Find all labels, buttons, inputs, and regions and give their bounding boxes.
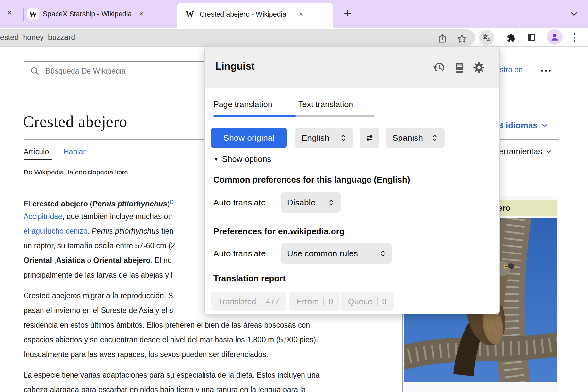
side-panel-icon[interactable] <box>526 32 537 43</box>
tab-talk[interactable]: Hablar <box>63 147 86 156</box>
settings-gear-icon[interactable] <box>473 61 485 74</box>
url-text: ested_honey_buzzard <box>0 33 75 42</box>
profile-avatar[interactable] <box>547 29 563 45</box>
tab-crested-abejero[interactable]: W Crested abejero - Wikipedia × <box>177 3 333 28</box>
article-line: cabeza alargada para escarbar en nidos b… <box>24 383 393 392</box>
tab-close-icon[interactable]: × <box>299 10 303 19</box>
updown-chevrons-icon <box>340 134 347 142</box>
auto-translate-label: Auto translate <box>213 243 266 264</box>
updown-chevrons-icon <box>328 199 334 206</box>
article-text: Asiática <box>56 256 85 265</box>
tab-list-chevron-icon[interactable] <box>569 9 579 19</box>
article-text: Crested abejeros migrar a la reproducció… <box>24 291 173 300</box>
tab-article[interactable]: Artículo <box>24 147 49 156</box>
show-original-label: Show original <box>223 133 274 143</box>
source-language-value: English <box>302 133 329 143</box>
tab-text-translation[interactable]: Text translation <box>298 100 353 109</box>
article-text: residencia en estos últimos ámbitos. Ell… <box>24 321 310 329</box>
show-options-toggle[interactable]: ▼ Show options <box>213 155 271 164</box>
article-text: cabeza alargada para escarbar en nidos b… <box>24 385 306 392</box>
translate-icon: A <box>482 33 492 42</box>
bookmark-star-icon[interactable] <box>457 33 467 44</box>
article-text: Pernis ptilorhynchus <box>92 200 167 208</box>
tab-spacex[interactable]: W SpaceX Starship - Wikipedia × <box>27 0 143 28</box>
tools-label: lerramientas <box>497 147 542 156</box>
search-placeholder: Búsqueda De Wikipedia <box>45 67 125 75</box>
badge-value: 0 <box>329 297 333 306</box>
tab-underline <box>213 115 375 117</box>
swap-arrows-icon <box>365 133 374 143</box>
source-language-select[interactable]: English <box>295 128 353 148</box>
article-text: Oriental abejero <box>93 256 151 265</box>
show-options-label: Show options <box>222 155 271 164</box>
article-text: Oriental <box>24 256 52 265</box>
article-text: ( <box>88 200 92 208</box>
translated-count-badge: Translated477 <box>211 292 286 311</box>
common-auto-translate-select[interactable]: Disable <box>281 192 341 213</box>
wikipedia-favicon: W <box>184 9 195 20</box>
site-auto-translate-select[interactable]: Use common rules <box>281 243 392 264</box>
auto-translate-label: Auto translate <box>213 192 266 213</box>
site-auto-translate-value: Use common rules <box>287 249 358 259</box>
article-text: pasan el invierno en el Sureste de Asia … <box>24 306 173 315</box>
common-auto-translate-value: Disable <box>287 198 316 208</box>
site-tagline: De Wikipedia, la enciclopedia libre <box>24 168 128 176</box>
signin-link-fragment[interactable]: stro en <box>500 65 523 74</box>
new-tab-button[interactable]: + <box>344 6 351 20</box>
extensions-pill: A <box>478 29 521 46</box>
svg-text:A: A <box>487 37 490 42</box>
close-icon[interactable]: × <box>7 8 12 18</box>
updown-chevrons-icon <box>432 134 438 142</box>
tab-title: Crested abejero - Wikipedia <box>200 10 286 19</box>
article-text: crested abejero <box>32 200 88 208</box>
swap-languages-button[interactable] <box>360 128 379 148</box>
translate-button[interactable]: A <box>479 30 494 45</box>
common-preferences-heading: Common preferences for this language (En… <box>213 175 410 185</box>
article-text: tien <box>159 227 173 235</box>
search-icon <box>30 66 40 76</box>
article-text: , que también incluye muchas otr <box>62 212 173 220</box>
chevron-down-icon <box>546 148 552 155</box>
article-line: La especie tiene varias adaptaciones par… <box>24 368 393 383</box>
article-text: principalmente de las larvas de las abej… <box>24 271 172 279</box>
article-text: . El no <box>151 256 172 265</box>
target-language-select[interactable]: Spanish <box>386 128 445 148</box>
page-more-icon[interactable] <box>541 70 551 72</box>
browser-menu-icon[interactable] <box>574 33 575 42</box>
article-paragraph: La especie tiene varias adaptaciones par… <box>24 368 393 392</box>
active-tab-underline <box>213 115 296 117</box>
tab-close-icon[interactable]: × <box>139 10 143 18</box>
tab-page-translation[interactable]: Page translation <box>213 100 272 109</box>
wikipedia-search-input[interactable]: Búsqueda De Wikipedia <box>24 61 220 80</box>
tab-divider <box>23 8 24 21</box>
article-text: Inusualmente para las aves rapaces, los … <box>24 350 268 359</box>
article-link[interactable]: Accipitridae <box>24 212 62 220</box>
article-text: , <box>52 256 56 265</box>
updown-chevrons-icon <box>380 250 386 257</box>
article-text: Pernis ptilorhynchus <box>91 227 159 235</box>
browser-window: × W SpaceX Starship - Wikipedia × W Cres… <box>0 0 588 392</box>
triangle-down-icon: ▼ <box>213 156 219 163</box>
browser-toolbar: ested_honey_buzzard A <box>0 28 588 47</box>
dictionary-icon[interactable] <box>453 61 466 74</box>
article-line: espacios abiertos y se encuentran desde … <box>24 333 393 347</box>
translation-report-heading: Translation report <box>213 273 286 284</box>
article-text: La especie tiene varias adaptaciones par… <box>24 371 320 379</box>
share-icon[interactable] <box>437 33 448 44</box>
errors-count-badge: Errors0 <box>289 292 340 311</box>
article-link[interactable]: el aguilucho cenizo <box>24 227 88 235</box>
page-title: Crested abejero <box>23 112 127 131</box>
show-original-button[interactable]: Show original <box>211 128 287 148</box>
person-icon <box>550 32 560 42</box>
languages-label: 3 idiomas <box>498 121 538 131</box>
article-text: espacios abiertos y se encuentran desde … <box>24 335 318 344</box>
extensions-puzzle-icon[interactable] <box>507 33 516 42</box>
article-line: residencia en estos últimos ámbitos. Ell… <box>24 318 393 333</box>
address-bar[interactable]: ested_honey_buzzard <box>0 29 475 46</box>
languages-dropdown[interactable]: 3 idiomas <box>498 121 548 131</box>
target-language-value: Spanish <box>392 133 423 143</box>
linguist-popup: Linguist Page <box>204 46 500 314</box>
tools-dropdown[interactable]: lerramientas <box>497 147 552 156</box>
chevron-down-icon <box>541 122 548 129</box>
history-icon[interactable] <box>433 61 445 74</box>
